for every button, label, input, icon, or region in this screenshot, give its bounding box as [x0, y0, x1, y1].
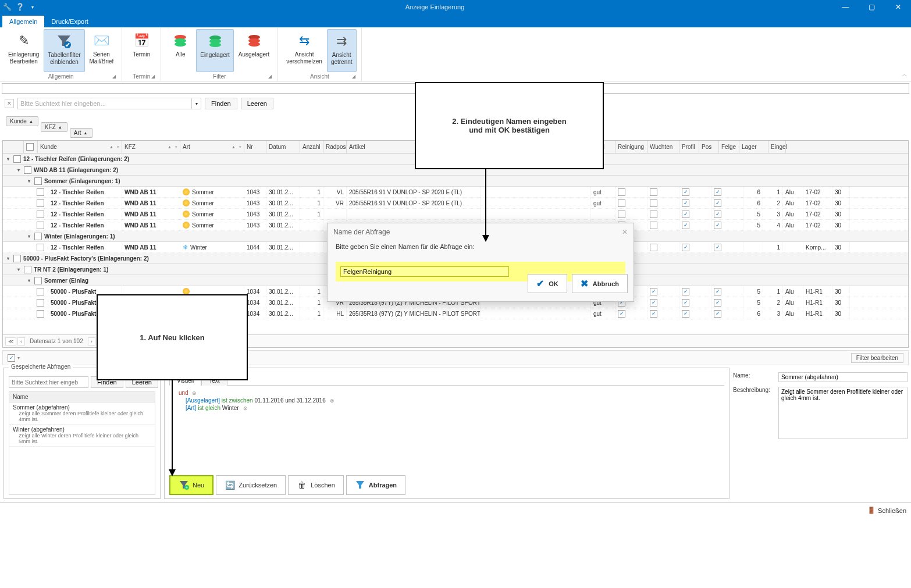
window-title: Anzeige Einlagerung: [37, 3, 832, 10]
funnel-plus-icon: +: [179, 480, 189, 490]
saved-list-header[interactable]: Name: [9, 392, 155, 402]
svg-text:+: +: [186, 486, 188, 490]
remove-condition-icon[interactable]: ⊗: [243, 405, 248, 411]
db-green-icon: [171, 31, 190, 50]
pencil-icon: ✎: [15, 31, 33, 50]
dropdown-icon[interactable]: ▾: [28, 2, 37, 12]
nav-next-icon[interactable]: ›: [88, 337, 95, 345]
group-allgemein-label: Allgemein: [48, 73, 74, 80]
col-kunde[interactable]: Kunde▲▾: [38, 141, 122, 153]
col-pos[interactable]: Pos: [699, 141, 719, 153]
close-app-button[interactable]: 🚪 Schließen: [867, 507, 906, 514]
btn-ausgelagert[interactable]: Ausgelagert: [235, 29, 273, 72]
saved-item-0[interactable]: Sommer (abgefahren) Zeigt alle Sommer de…: [9, 402, 155, 425]
desc-field[interactable]: [778, 387, 908, 439]
table-row[interactable]: 12 - Tischler ReifenWND AB 11 Sommer1043…: [3, 187, 908, 198]
col-reinigung[interactable]: Reinigung: [615, 141, 647, 153]
group-ansicht-label: Ansicht: [310, 73, 329, 80]
remove-condition-icon[interactable]: ⊗: [330, 398, 334, 404]
funnel-reset-icon: 🔄: [225, 480, 235, 490]
col-kfz[interactable]: KFZ▲▾: [122, 141, 180, 153]
saved-queries-panel: Gespeicherte Abfragen Finden Leeren Name…: [3, 368, 161, 499]
dialog-launcher-icon[interactable]: ◢: [351, 74, 357, 80]
group-chip-kfz[interactable]: KFZ▲: [41, 122, 67, 132]
query-name-input[interactable]: [340, 266, 509, 277]
desc-label: Beschreibung:: [733, 387, 775, 439]
name-field[interactable]: [778, 372, 908, 382]
close-button[interactable]: ✕: [885, 0, 911, 14]
ribbon: ✎ Einlagerung Bearbeiten Tabellenfilter …: [0, 27, 911, 81]
col-wuchten[interactable]: Wuchten: [647, 141, 679, 153]
nav-prev-icon[interactable]: ‹: [17, 337, 25, 345]
btn-eingelagert[interactable]: Eingelagert: [196, 29, 234, 72]
filter-dropdown-icon[interactable]: ▾: [17, 355, 20, 361]
funnel-delete-icon: 🗑: [297, 480, 307, 490]
col-art[interactable]: Art▲▾: [180, 141, 244, 153]
btn-tabellenfilter-einblenden[interactable]: Tabellenfilter einblenden: [44, 29, 84, 72]
run-query-button[interactable]: Abfragen: [346, 475, 405, 495]
footer: 🚪 Schließen: [0, 503, 911, 518]
btn-einlagerung-bearbeiten[interactable]: ✎ Einlagerung Bearbeiten: [5, 29, 42, 72]
saved-search-input[interactable]: [9, 376, 88, 388]
group-chip-art[interactable]: Art▲: [70, 128, 93, 138]
nav-first-icon[interactable]: ≪: [5, 337, 16, 345]
saved-item-1[interactable]: Winter (abgefahren) Zeigt alle Winter de…: [9, 425, 155, 447]
dialog-close-icon[interactable]: ✕: [622, 228, 628, 236]
svg-point-6: [209, 42, 221, 47]
col-nr[interactable]: Nr: [244, 141, 266, 153]
record-indicator: Datensatz 1 von 102: [30, 338, 83, 344]
dialog-launcher-icon[interactable]: ◢: [150, 74, 156, 80]
btn-termin[interactable]: 📅 Termin: [127, 29, 156, 72]
calendar-icon: 📅: [132, 31, 151, 50]
table-row[interactable]: 12 - Tischler ReifenWND AB 11 Sommer1043…: [3, 209, 908, 220]
col-profil[interactable]: Profil: [679, 141, 699, 153]
cancel-button[interactable]: ✖ Abbruch: [572, 274, 628, 293]
ribbon-collapse-icon[interactable]: ︿: [902, 70, 908, 79]
find-button[interactable]: Finden: [205, 98, 237, 109]
ribbon-tabs: Allgemein Druck/Export: [0, 14, 911, 27]
arrow-2: [477, 169, 500, 245]
col-lager[interactable]: Lager: [739, 141, 768, 153]
btn-ansicht-getrennt[interactable]: ⇉ Ansicht getrennt: [327, 29, 357, 72]
filter-checkbox[interactable]: [8, 354, 15, 362]
cancel-icon: ✖: [581, 278, 588, 289]
filter-edit-button[interactable]: Filter bearbeiten: [851, 353, 903, 363]
search-input[interactable]: Bitte Suchtext hier eingeben...: [17, 98, 192, 109]
tab-druck-export[interactable]: Druck/Export: [44, 16, 95, 27]
reset-query-button[interactable]: 🔄 Zurücksetzen: [216, 475, 286, 495]
svg-point-9: [248, 42, 260, 47]
dialog-launcher-icon[interactable]: ◢: [111, 74, 117, 80]
dialog-title: Name der Abfrage: [333, 228, 390, 236]
help-icon[interactable]: ❔: [15, 2, 24, 12]
group-row[interactable]: ▾Sommer (Einlagerungen: 1): [3, 176, 908, 187]
col-datum[interactable]: Datum: [266, 141, 300, 153]
door-icon: 🚪: [867, 507, 876, 514]
btn-alle[interactable]: Alle: [166, 29, 195, 72]
search-close-icon[interactable]: ✕: [5, 99, 14, 108]
header-checkbox[interactable]: [26, 143, 34, 151]
svg-marker-15: [482, 235, 489, 242]
group-chip-kunde[interactable]: Kunde▲: [6, 116, 38, 126]
minimize-button[interactable]: —: [832, 0, 859, 14]
ok-button[interactable]: ✔ OK: [528, 274, 567, 293]
table-row[interactable]: 12 - Tischler ReifenWND AB 11 Sommer1043…: [3, 198, 908, 209]
col-eingel[interactable]: Eingel: [768, 141, 786, 153]
bottom-panels: Gespeicherte Abfragen Finden Leeren Name…: [0, 368, 911, 503]
split-icon: ⇉: [332, 32, 351, 51]
annotation-2: 2. Eindeutigen Namen eingeben und mit OK…: [415, 82, 604, 169]
app-icon: 🔧: [2, 2, 12, 12]
dialog-launcher-icon[interactable]: ◢: [267, 74, 273, 80]
search-dropdown-icon[interactable]: ▾: [192, 98, 201, 109]
col-radpos[interactable]: Radpos: [323, 141, 347, 153]
envelope-icon: ✉️: [92, 31, 111, 50]
btn-serien-mail[interactable]: ✉️ Serien Mail/Brief: [86, 29, 118, 72]
check-icon: ✔: [536, 278, 544, 289]
clear-button[interactable]: Leeren: [241, 98, 273, 109]
btn-ansicht-verschmelzen[interactable]: ⇆ Ansicht verschmelzen: [283, 29, 326, 72]
merge-icon: ⇆: [295, 31, 314, 50]
tab-allgemein[interactable]: Allgemein: [2, 16, 44, 27]
delete-query-button[interactable]: 🗑 Löschen: [288, 475, 344, 495]
maximize-button[interactable]: ▢: [859, 0, 885, 14]
col-anzahl[interactable]: Anzahl: [300, 141, 323, 153]
col-felge[interactable]: Felge: [719, 141, 739, 153]
